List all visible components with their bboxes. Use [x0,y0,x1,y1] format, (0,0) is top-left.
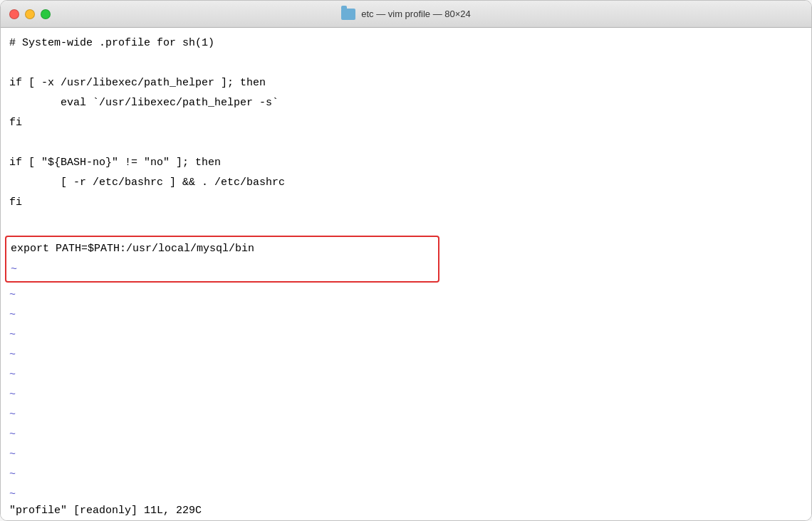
vim-window: etc — vim profile — 80×24 # System-wide … [0,0,812,521]
title-section: etc — vim profile — 80×24 [341,9,471,20]
code-line-4: eval `/usr/libexec/path_helper -s` [9,93,803,113]
code-line-1: # System-wide .profile for sh(1) [9,33,803,53]
code-line-6 [9,133,803,153]
code-line-2 [9,53,803,73]
export-line: export PATH=$PATH:/usr/local/mysql/bin [11,243,254,255]
tilde-line-5: ~ [9,365,803,385]
tilde-in-block: ~ [11,263,17,275]
folder-icon [341,9,355,20]
tilde-line-11: ~ [9,485,803,500]
code-line-8: [ -r /etc/bashrc ] && . /etc/bashrc [9,173,803,193]
code-line-9: fi [9,193,803,213]
code-line-7: if [ "${BASH-no}" != "no" ]; then [9,153,803,173]
maximize-button[interactable] [41,9,51,19]
highlighted-export-block: export PATH=$PATH:/usr/local/mysql/bin ~ [5,236,439,283]
tilde-line-10: ~ [9,465,803,485]
status-bar: "profile" [readonly] 11L, 229C [1,500,811,520]
editor-content[interactable]: # System-wide .profile for sh(1) if [ -x… [1,28,811,500]
tilde-line-9: ~ [9,445,803,465]
tilde-line-3: ~ [9,325,803,345]
traffic-lights [9,9,51,19]
tilde-line-4: ~ [9,345,803,365]
tilde-line-8: ~ [9,425,803,445]
tilde-line-6: ~ [9,385,803,405]
code-line-5: fi [9,113,803,133]
code-line-3: if [ -x /usr/libexec/path_helper ]; then [9,73,803,93]
status-text: "profile" [readonly] 11L, 229C [9,505,202,517]
tilde-line-1: ~ [9,285,803,305]
titlebar: etc — vim profile — 80×24 [1,1,811,28]
window-title: etc — vim profile — 80×24 [361,9,471,19]
minimize-button[interactable] [25,9,35,19]
code-line-10 [9,213,803,233]
tilde-line-7: ~ [9,405,803,425]
highlighted-section: export PATH=$PATH:/usr/local/mysql/bin ~ [9,234,803,284]
close-button[interactable] [9,9,19,19]
tilde-line-2: ~ [9,305,803,325]
